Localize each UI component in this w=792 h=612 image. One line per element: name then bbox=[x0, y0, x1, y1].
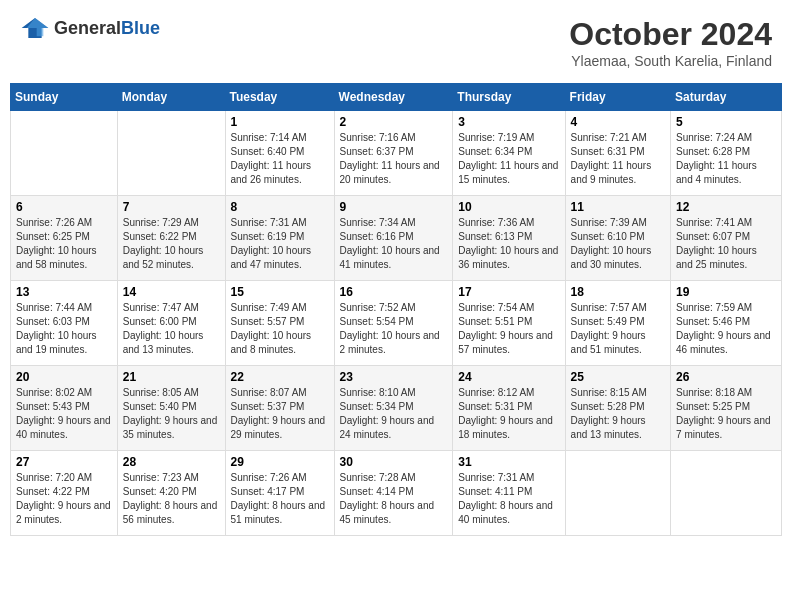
day-number: 14 bbox=[123, 285, 220, 299]
day-number: 25 bbox=[571, 370, 665, 384]
weekday-row: SundayMondayTuesdayWednesdayThursdayFrid… bbox=[11, 84, 782, 111]
day-number: 28 bbox=[123, 455, 220, 469]
day-detail: Sunrise: 7:36 AMSunset: 6:13 PMDaylight:… bbox=[458, 216, 559, 272]
day-detail: Sunrise: 7:23 AMSunset: 4:20 PMDaylight:… bbox=[123, 471, 220, 527]
day-number: 23 bbox=[340, 370, 448, 384]
day-detail: Sunrise: 7:44 AMSunset: 6:03 PMDaylight:… bbox=[16, 301, 112, 357]
week-row-4: 20Sunrise: 8:02 AMSunset: 5:43 PMDayligh… bbox=[11, 366, 782, 451]
weekday-header-sunday: Sunday bbox=[11, 84, 118, 111]
day-detail: Sunrise: 7:28 AMSunset: 4:14 PMDaylight:… bbox=[340, 471, 448, 527]
calendar-cell: 3Sunrise: 7:19 AMSunset: 6:34 PMDaylight… bbox=[453, 111, 565, 196]
calendar-cell: 1Sunrise: 7:14 AMSunset: 6:40 PMDaylight… bbox=[225, 111, 334, 196]
calendar-cell: 23Sunrise: 8:10 AMSunset: 5:34 PMDayligh… bbox=[334, 366, 453, 451]
calendar-cell: 31Sunrise: 7:31 AMSunset: 4:11 PMDayligh… bbox=[453, 451, 565, 536]
day-number: 24 bbox=[458, 370, 559, 384]
logo: GeneralBlue bbox=[20, 16, 160, 40]
calendar-cell: 6Sunrise: 7:26 AMSunset: 6:25 PMDaylight… bbox=[11, 196, 118, 281]
calendar-cell: 4Sunrise: 7:21 AMSunset: 6:31 PMDaylight… bbox=[565, 111, 670, 196]
calendar-cell bbox=[117, 111, 225, 196]
day-detail: Sunrise: 7:31 AMSunset: 4:11 PMDaylight:… bbox=[458, 471, 559, 527]
day-number: 16 bbox=[340, 285, 448, 299]
day-number: 12 bbox=[676, 200, 776, 214]
day-detail: Sunrise: 8:05 AMSunset: 5:40 PMDaylight:… bbox=[123, 386, 220, 442]
day-number: 20 bbox=[16, 370, 112, 384]
calendar-cell: 14Sunrise: 7:47 AMSunset: 6:00 PMDayligh… bbox=[117, 281, 225, 366]
week-row-3: 13Sunrise: 7:44 AMSunset: 6:03 PMDayligh… bbox=[11, 281, 782, 366]
day-detail: Sunrise: 7:49 AMSunset: 5:57 PMDaylight:… bbox=[231, 301, 329, 357]
day-detail: Sunrise: 7:39 AMSunset: 6:10 PMDaylight:… bbox=[571, 216, 665, 272]
week-row-5: 27Sunrise: 7:20 AMSunset: 4:22 PMDayligh… bbox=[11, 451, 782, 536]
calendar-cell: 24Sunrise: 8:12 AMSunset: 5:31 PMDayligh… bbox=[453, 366, 565, 451]
calendar-cell bbox=[11, 111, 118, 196]
month-title: October 2024 bbox=[569, 16, 772, 53]
day-detail: Sunrise: 8:02 AMSunset: 5:43 PMDaylight:… bbox=[16, 386, 112, 442]
day-detail: Sunrise: 7:54 AMSunset: 5:51 PMDaylight:… bbox=[458, 301, 559, 357]
day-number: 17 bbox=[458, 285, 559, 299]
day-detail: Sunrise: 7:57 AMSunset: 5:49 PMDaylight:… bbox=[571, 301, 665, 357]
day-number: 18 bbox=[571, 285, 665, 299]
calendar-cell: 19Sunrise: 7:59 AMSunset: 5:46 PMDayligh… bbox=[671, 281, 782, 366]
calendar-cell: 11Sunrise: 7:39 AMSunset: 6:10 PMDayligh… bbox=[565, 196, 670, 281]
calendar-cell: 18Sunrise: 7:57 AMSunset: 5:49 PMDayligh… bbox=[565, 281, 670, 366]
week-row-2: 6Sunrise: 7:26 AMSunset: 6:25 PMDaylight… bbox=[11, 196, 782, 281]
day-detail: Sunrise: 7:47 AMSunset: 6:00 PMDaylight:… bbox=[123, 301, 220, 357]
calendar-cell: 15Sunrise: 7:49 AMSunset: 5:57 PMDayligh… bbox=[225, 281, 334, 366]
weekday-header-thursday: Thursday bbox=[453, 84, 565, 111]
day-detail: Sunrise: 8:15 AMSunset: 5:28 PMDaylight:… bbox=[571, 386, 665, 442]
day-number: 29 bbox=[231, 455, 329, 469]
day-detail: Sunrise: 7:29 AMSunset: 6:22 PMDaylight:… bbox=[123, 216, 220, 272]
calendar-cell: 27Sunrise: 7:20 AMSunset: 4:22 PMDayligh… bbox=[11, 451, 118, 536]
calendar-cell: 26Sunrise: 8:18 AMSunset: 5:25 PMDayligh… bbox=[671, 366, 782, 451]
day-detail: Sunrise: 8:10 AMSunset: 5:34 PMDaylight:… bbox=[340, 386, 448, 442]
page-header: GeneralBlue October 2024 Ylaemaa, South … bbox=[10, 10, 782, 75]
weekday-header-tuesday: Tuesday bbox=[225, 84, 334, 111]
calendar-cell: 30Sunrise: 7:28 AMSunset: 4:14 PMDayligh… bbox=[334, 451, 453, 536]
day-number: 7 bbox=[123, 200, 220, 214]
day-number: 26 bbox=[676, 370, 776, 384]
weekday-header-monday: Monday bbox=[117, 84, 225, 111]
day-detail: Sunrise: 7:26 AMSunset: 6:25 PMDaylight:… bbox=[16, 216, 112, 272]
day-detail: Sunrise: 7:59 AMSunset: 5:46 PMDaylight:… bbox=[676, 301, 776, 357]
day-detail: Sunrise: 7:24 AMSunset: 6:28 PMDaylight:… bbox=[676, 131, 776, 187]
day-number: 19 bbox=[676, 285, 776, 299]
day-number: 1 bbox=[231, 115, 329, 129]
day-number: 3 bbox=[458, 115, 559, 129]
day-number: 10 bbox=[458, 200, 559, 214]
day-number: 22 bbox=[231, 370, 329, 384]
logo-general: General bbox=[54, 18, 121, 38]
day-number: 15 bbox=[231, 285, 329, 299]
week-row-1: 1Sunrise: 7:14 AMSunset: 6:40 PMDaylight… bbox=[11, 111, 782, 196]
day-detail: Sunrise: 7:26 AMSunset: 4:17 PMDaylight:… bbox=[231, 471, 329, 527]
calendar-table: SundayMondayTuesdayWednesdayThursdayFrid… bbox=[10, 83, 782, 536]
day-number: 4 bbox=[571, 115, 665, 129]
day-detail: Sunrise: 7:19 AMSunset: 6:34 PMDaylight:… bbox=[458, 131, 559, 187]
day-number: 5 bbox=[676, 115, 776, 129]
day-number: 31 bbox=[458, 455, 559, 469]
day-detail: Sunrise: 7:20 AMSunset: 4:22 PMDaylight:… bbox=[16, 471, 112, 527]
calendar-cell: 2Sunrise: 7:16 AMSunset: 6:37 PMDaylight… bbox=[334, 111, 453, 196]
day-detail: Sunrise: 7:34 AMSunset: 6:16 PMDaylight:… bbox=[340, 216, 448, 272]
calendar-cell: 16Sunrise: 7:52 AMSunset: 5:54 PMDayligh… bbox=[334, 281, 453, 366]
calendar-body: 1Sunrise: 7:14 AMSunset: 6:40 PMDaylight… bbox=[11, 111, 782, 536]
calendar-cell: 13Sunrise: 7:44 AMSunset: 6:03 PMDayligh… bbox=[11, 281, 118, 366]
calendar-cell: 20Sunrise: 8:02 AMSunset: 5:43 PMDayligh… bbox=[11, 366, 118, 451]
day-detail: Sunrise: 7:52 AMSunset: 5:54 PMDaylight:… bbox=[340, 301, 448, 357]
weekday-header-friday: Friday bbox=[565, 84, 670, 111]
calendar-header: SundayMondayTuesdayWednesdayThursdayFrid… bbox=[11, 84, 782, 111]
day-number: 8 bbox=[231, 200, 329, 214]
calendar-cell bbox=[671, 451, 782, 536]
logo-blue: Blue bbox=[121, 18, 160, 38]
calendar-cell: 5Sunrise: 7:24 AMSunset: 6:28 PMDaylight… bbox=[671, 111, 782, 196]
title-block: October 2024 Ylaemaa, South Karelia, Fin… bbox=[569, 16, 772, 69]
day-number: 6 bbox=[16, 200, 112, 214]
calendar-cell: 7Sunrise: 7:29 AMSunset: 6:22 PMDaylight… bbox=[117, 196, 225, 281]
calendar-cell bbox=[565, 451, 670, 536]
day-detail: Sunrise: 7:31 AMSunset: 6:19 PMDaylight:… bbox=[231, 216, 329, 272]
day-number: 13 bbox=[16, 285, 112, 299]
weekday-header-saturday: Saturday bbox=[671, 84, 782, 111]
day-detail: Sunrise: 7:16 AMSunset: 6:37 PMDaylight:… bbox=[340, 131, 448, 187]
calendar-cell: 29Sunrise: 7:26 AMSunset: 4:17 PMDayligh… bbox=[225, 451, 334, 536]
location-title: Ylaemaa, South Karelia, Finland bbox=[569, 53, 772, 69]
day-number: 9 bbox=[340, 200, 448, 214]
day-number: 27 bbox=[16, 455, 112, 469]
